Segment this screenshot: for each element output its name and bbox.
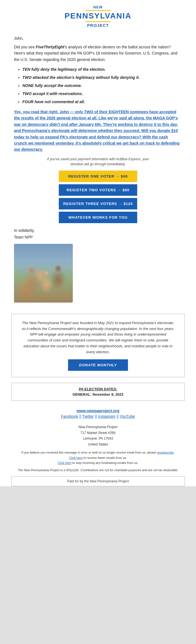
election-date: GENERAL: November 8, 2022 (17, 392, 179, 397)
stop-fundraising-link[interactable]: Click here (58, 461, 71, 464)
photo-inner (14, 244, 73, 303)
footer-links: www.newpaproject.org Facebook || Twitter… (0, 406, 196, 424)
election-dates-box: PA ELECTION DATES: GENERAL: November 8, … (11, 383, 185, 401)
bullet-text-5: FOUR have not commented at all. (22, 100, 85, 104)
donate-buttons: REGISTER ONE VOTER → $40 REGISTER TWO VO… (14, 171, 182, 223)
twitter-link[interactable]: Twitter (82, 414, 94, 419)
paid-for-text: Paid for by the New Pennsylvania Project (67, 479, 129, 483)
bullet-item: TWO accept it with reservations. (22, 91, 182, 97)
address-line4: United States (88, 442, 108, 446)
address-line1: New Pennsylvania Project (78, 425, 117, 429)
bullet-text-4: TWO accept it with reservations. (22, 91, 83, 96)
about-box: The New Pennsylvania Project was founded… (11, 314, 185, 378)
intro-paragraph: Did you see FiveThirtyEight's analysis o… (14, 44, 182, 63)
social-separator-3: || (116, 414, 120, 419)
footer-legal: If you believe you received this message… (0, 450, 196, 466)
address-line3: Lemoyne, PA 17043 (83, 437, 113, 440)
election-title: PA ELECTION DATES: (17, 387, 179, 391)
team-name: Team NPP (14, 235, 182, 239)
legal-text-3: to stop receiving any fundraising emails… (72, 461, 138, 464)
closing: In solidarity, (14, 228, 182, 233)
bullet-item: FOUR have not commented at all. (22, 99, 182, 105)
team-photo-image (14, 244, 73, 303)
fewer-emails-link[interactable]: Click here (69, 456, 83, 459)
social-links: Facebook || Twitter || Instagram || YouT… (11, 414, 185, 419)
social-separator-1: || (79, 414, 82, 419)
team-photo (14, 244, 182, 303)
main-content: John, Did you see FiveThirtyEight's anal… (0, 30, 196, 314)
bullet-item: TWO attacked the election's legitimacy w… (22, 75, 182, 81)
paid-for-box: Paid for by the New Pennsylvania Project (11, 476, 185, 486)
unsubscribe-link[interactable]: unsubscribe (157, 451, 174, 454)
bullet-text-1: TEN fully deny the legitimacy of the ele… (22, 67, 106, 72)
greeting: John, (14, 36, 182, 41)
register-one-voter-button[interactable]: REGISTER ONE VOTER → $40 (59, 171, 137, 182)
logo-bar-bottom (85, 21, 111, 22)
register-two-voters-button[interactable]: REGISTER TWO VOTERS → $80 (59, 184, 137, 196)
email-header: NEW PENNSYLVANIA PROJECT (0, 0, 196, 30)
logo-new: NEW (0, 5, 196, 9)
email-wrapper: NEW PENNSYLVANIA PROJECT John, Did you s… (0, 0, 196, 486)
whatever-works-button[interactable]: WHATEVER WORKS FOR YOU (59, 212, 137, 223)
facebook-link[interactable]: Facebook (61, 414, 78, 419)
legal-text-1: If you believe you received this message… (22, 451, 175, 454)
bullet-item: TEN fully deny the legitimacy of the ele… (22, 67, 182, 72)
logo-project: PROJECT (0, 23, 196, 28)
youtube-link[interactable]: YouTube (120, 414, 135, 419)
social-separator-2: || (95, 414, 98, 419)
bullet-text-3: NONE fully accept the outcome. (22, 83, 82, 88)
about-text: The New Pennsylvania Project was founded… (20, 320, 176, 355)
bullet-item: NONE fully accept the outcome. (22, 83, 182, 89)
instagram-link[interactable]: Instagram (98, 414, 115, 419)
footer-disclaimer: The New Pennsylvania Project is a 501(c)… (0, 468, 196, 473)
cta-link[interactable]: Yes, you read that right, John — only TW… (14, 109, 182, 153)
website-link[interactable]: www.newpaproject.org (11, 409, 185, 413)
logo: NEW PENNSYLVANIA PROJECT (0, 5, 196, 28)
donate-monthly-button[interactable]: DONATE MONTHLY (68, 359, 128, 371)
footer-address: New Pennsylvania Project 717 Market Stre… (0, 424, 196, 447)
register-three-voters-button[interactable]: REGISTER THREE VOTERS → $120 (59, 198, 137, 209)
actblue-note: If you've saved your payment information… (14, 157, 182, 167)
bullet-text-2: TWO attacked the election's legitimacy w… (22, 75, 140, 80)
logo-bar-top (85, 10, 111, 11)
bullet-list: TEN fully deny the legitimacy of the ele… (22, 67, 182, 105)
legal-text-2: to receive fewer emails from us. (83, 456, 127, 459)
logo-pennsylvania: PENNSYLVANIA (0, 12, 196, 20)
address-line2: 717 Market Street #295 (80, 431, 115, 435)
